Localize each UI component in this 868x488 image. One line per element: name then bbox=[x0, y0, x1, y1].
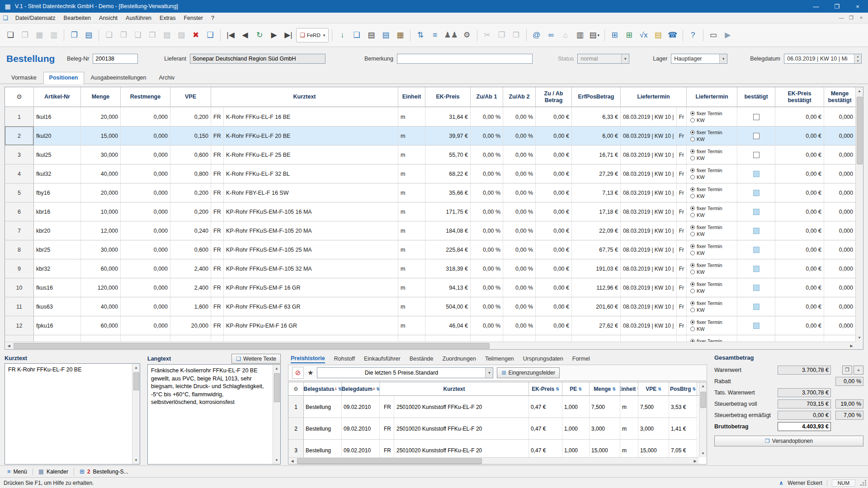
first-record-icon[interactable]: |◀ bbox=[224, 28, 237, 42]
cell-zuab1[interactable]: 0,00 % bbox=[471, 183, 503, 202]
cell-artikel[interactable]: kbr20 bbox=[34, 221, 81, 240]
cell-mengeb[interactable]: 0,000 bbox=[824, 297, 855, 316]
cell-ekb[interactable]: 0,00 € bbox=[775, 221, 824, 240]
confirmed-checkbox[interactable] bbox=[753, 304, 760, 310]
delivery-type-radio-fixer-termin[interactable]: fixer Termin bbox=[690, 338, 722, 342]
cell-kurztext[interactable]: FRK-Rohr FFKu-EL-F 16 BE bbox=[211, 108, 398, 127]
cell-mengeb[interactable]: 0,000 bbox=[824, 240, 855, 259]
cell-artikel[interactable]: fkul32 bbox=[34, 164, 81, 183]
cell-kurztext[interactable]: FRKP-Rohr FFKuS-EM-F-105 32 MA bbox=[211, 259, 398, 278]
cell-termin[interactable]: 08.03.2019 | KW 10 |Fr bbox=[621, 316, 687, 335]
price-column-header-einheit[interactable]: Einheit⇅ bbox=[620, 382, 638, 395]
price-column-header-vpe[interactable]: VPE⇅ bbox=[638, 382, 669, 395]
cell-ekb[interactable]: 0,00 € bbox=[775, 297, 824, 316]
cell-vpe[interactable]: 1,600 bbox=[170, 297, 211, 316]
cell-ekb[interactable]: 0,00 € bbox=[775, 316, 824, 335]
confirmed-checkbox[interactable] bbox=[753, 266, 760, 272]
cell-zuab1[interactable]: 0,00 % bbox=[471, 202, 503, 221]
price-cell-num[interactable]: 2 bbox=[288, 418, 304, 440]
confirmed-checkbox[interactable] bbox=[753, 114, 760, 120]
cell-zuabb[interactable]: 0,00 € bbox=[536, 335, 572, 342]
price-column-header-ek[interactable]: EK-Preis⇅ bbox=[529, 382, 562, 395]
cell-zuabb[interactable]: 0,00 € bbox=[536, 164, 572, 183]
cell-terminart[interactable]: fixer TerminKW bbox=[687, 297, 737, 316]
cell-zuab1[interactable]: 0,00 % bbox=[471, 164, 503, 183]
print-save-icon[interactable]: ▦ bbox=[393, 28, 407, 42]
belegdatum-spin-down[interactable]: ▾ bbox=[854, 59, 861, 63]
cell-ekb[interactable]: 0,00 € bbox=[775, 164, 824, 183]
delivery-type-radio-kw[interactable]: KW bbox=[690, 269, 705, 275]
ferd-dropdown-button[interactable]: ❏FeRD▾ bbox=[296, 28, 329, 42]
cell-terminart[interactable]: fixer TerminKW bbox=[687, 259, 737, 278]
cell-vpe[interactable]: 0,150 bbox=[170, 127, 211, 145]
grid-edit-icon[interactable]: ⊞ bbox=[623, 28, 636, 42]
mdi-restore-button[interactable]: ❐ bbox=[847, 15, 855, 21]
cell-mengeb[interactable]: 0,000 bbox=[824, 221, 855, 240]
table-columns-icon[interactable]: ▥ bbox=[573, 28, 587, 42]
price-cell-vpe[interactable]: 15,000 bbox=[638, 440, 669, 457]
delivery-type-radio-fixer-termin[interactable]: fixer Termin bbox=[690, 111, 722, 116]
column-header-ek[interactable]: EK-Preis bbox=[425, 87, 471, 107]
cell-num[interactable]: 10 bbox=[5, 278, 34, 297]
menu-item[interactable]: ? bbox=[208, 14, 218, 22]
cell-menge[interactable]: 30,000 bbox=[81, 240, 121, 259]
cell-kurztext[interactable]: FRKP-Rohr FPKu-EM-F 20 GR bbox=[211, 335, 398, 342]
cell-einheit[interactable]: m bbox=[398, 202, 425, 221]
cell-zuab1[interactable]: 0,00 % bbox=[471, 145, 503, 164]
column-header-mengeb[interactable]: Menge bestätigt bbox=[824, 87, 855, 107]
cell-terminart[interactable]: fixer TerminKW bbox=[687, 240, 737, 259]
menu-extras[interactable]: Extras bbox=[156, 14, 179, 22]
print-preview-icon[interactable]: ❑ bbox=[350, 28, 363, 42]
grid-vertical-scrollbar[interactable]: ▲ ▼ bbox=[855, 87, 863, 342]
cell-kurztext[interactable]: FRK-Rohr FFKu-EL-F 32 BL bbox=[211, 164, 398, 183]
cell-termin[interactable]: 08.03.2019 | KW 10 |Fr bbox=[621, 127, 687, 145]
cell-zuab1[interactable]: 0,00 % bbox=[471, 240, 503, 259]
cell-termin[interactable]: 08.03.2019 | KW 10 |Fr bbox=[621, 240, 687, 259]
cell-num[interactable]: 11 bbox=[5, 297, 34, 316]
cell-num[interactable]: 4 bbox=[5, 164, 34, 183]
price-cell-kurztext[interactable]: FR25010020 Kunststoff FFKu-EL-F 20 bbox=[380, 418, 529, 440]
grid-view-icon[interactable]: ⊞ bbox=[608, 28, 622, 42]
grid-row-13[interactable]: 13fpku2090,0000,00030,000FRKP-Rohr FPKu-… bbox=[5, 335, 855, 342]
cell-mengeb[interactable]: 0,000 bbox=[824, 335, 855, 342]
tab-positionen[interactable]: Positionen bbox=[43, 72, 84, 84]
price-row-2[interactable]: 2Bestellung09.02.2010FR25010020 Kunststo… bbox=[288, 418, 699, 440]
cell-termin[interactable]: 08.03.2019 | KW 10 |Fr bbox=[621, 183, 687, 202]
record-preview-icon[interactable]: ❑ bbox=[203, 28, 217, 42]
cell-zuab1[interactable]: 0,00 % bbox=[471, 278, 503, 297]
cell-menge[interactable]: 60,000 bbox=[81, 316, 121, 335]
new-record-icon[interactable]: ❏ bbox=[4, 28, 17, 42]
cell-mengeb[interactable]: 0,000 bbox=[824, 108, 855, 127]
cell-vpe[interactable]: 0,600 bbox=[170, 145, 211, 164]
detail-tab-ursprungsdaten[interactable]: Ursprungsdaten bbox=[523, 355, 563, 363]
cell-zuab1[interactable]: 0,00 % bbox=[471, 335, 503, 342]
cell-termin[interactable]: 08.03.2019 | KW 10 |Fr bbox=[621, 221, 687, 240]
totals-add-button[interactable]: + bbox=[854, 366, 863, 375]
rabatt-value[interactable]: 0,00 % bbox=[835, 377, 863, 386]
detail-tab-preishistorie[interactable]: Preishistorie bbox=[291, 354, 325, 363]
price-column-header-kurztext[interactable]: Kurztext bbox=[380, 382, 529, 395]
cell-menge[interactable]: 60,000 bbox=[81, 259, 121, 278]
price-cell-pos[interactable]: 3,53 € bbox=[669, 396, 697, 418]
cell-num[interactable]: 2 bbox=[5, 127, 34, 145]
grid-row-8[interactable]: 8kbr2530,0000,0000,600FRKP-Rohr FFKuS-EM… bbox=[5, 240, 855, 259]
cell-rest[interactable]: 0,000 bbox=[121, 202, 170, 221]
confirmed-checkbox[interactable] bbox=[753, 285, 760, 291]
column-header-termin[interactable]: Liefertermin bbox=[621, 87, 687, 107]
grid-row-12[interactable]: 12fpku1660,0000,00020,000FRKP-Rohr FPKu-… bbox=[5, 316, 855, 335]
sort-positions-icon[interactable]: ⇅ bbox=[414, 28, 427, 42]
cell-menge[interactable]: 10,000 bbox=[81, 202, 121, 221]
cell-artikel[interactable]: fpku16 bbox=[34, 316, 81, 335]
beleg-nr-input[interactable] bbox=[93, 54, 138, 64]
cell-erf[interactable]: 201,60 € bbox=[572, 297, 621, 316]
cell-mengeb[interactable]: 0,000 bbox=[824, 316, 855, 335]
status-select[interactable]: normal ▾ bbox=[577, 54, 629, 64]
delivery-type-radio-kw[interactable]: KW bbox=[690, 212, 705, 218]
cell-zuabb[interactable]: 0,00 € bbox=[536, 127, 572, 145]
mdi-close-button[interactable]: × bbox=[857, 15, 865, 21]
cell-einheit[interactable]: m bbox=[398, 183, 425, 202]
cell-erf[interactable]: 191,03 € bbox=[572, 259, 621, 278]
cell-artikel[interactable]: fpku20 bbox=[34, 335, 81, 342]
cell-erf[interactable]: 112,96 € bbox=[572, 278, 621, 297]
price-column-header-menge[interactable]: Menge⇅ bbox=[590, 382, 620, 395]
